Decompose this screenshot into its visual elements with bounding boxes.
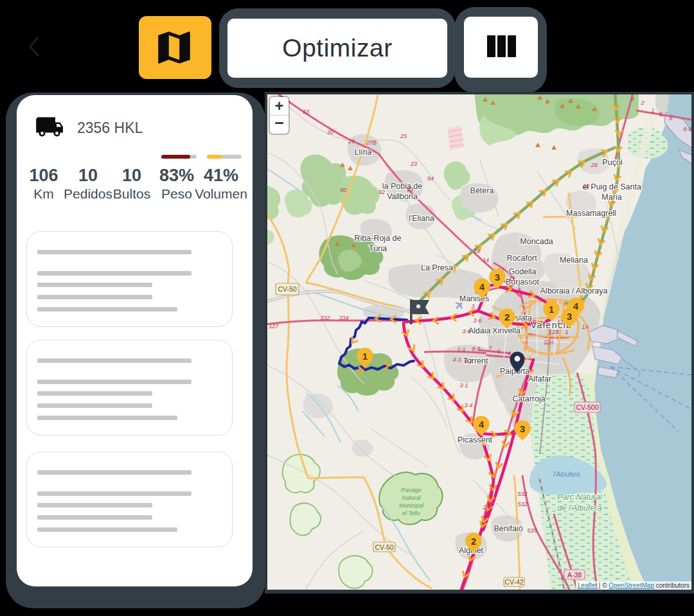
svg-text:30: 30	[327, 129, 334, 136]
svg-text:3-1: 3-1	[459, 382, 468, 389]
svg-text:1: 1	[651, 107, 654, 114]
svg-text:1A: 1A	[582, 324, 589, 330]
svg-text:Aldaia: Aldaia	[468, 326, 491, 335]
svg-text:12A: 12A	[544, 339, 554, 346]
svg-text:Moncada: Moncada	[520, 237, 553, 246]
svg-text:Paratge: Paratge	[401, 487, 422, 493]
svg-text:8-8: 8-8	[683, 126, 691, 132]
svg-text:8-8: 8-8	[472, 346, 480, 352]
svg-text:535: 535	[527, 527, 537, 534]
svg-text:l'Eliana: l'Eliana	[409, 214, 434, 223]
svg-text:La Presa: La Presa	[421, 263, 453, 272]
svg-text:de l'Albufera: de l'Albufera	[557, 504, 601, 513]
svg-text:Túria: Túria	[369, 244, 387, 253]
svg-text:33: 33	[303, 109, 309, 115]
svg-text:l'Albufera: l'Albufera	[553, 471, 580, 478]
svg-text:2-8: 2-8	[482, 504, 491, 511]
svg-text:la Pobla de: la Pobla de	[382, 182, 423, 191]
svg-text:2: 2	[471, 536, 476, 547]
svg-text:CV-50: CV-50	[375, 543, 393, 551]
svg-text:1: 1	[362, 351, 368, 362]
svg-text:Riba-Roja de: Riba-Roja de	[355, 234, 402, 243]
svg-text:29: 29	[348, 138, 355, 145]
svg-text:127: 127	[269, 323, 279, 330]
svg-text:Catarroja: Catarroja	[512, 394, 545, 403]
svg-text:4-3: 4-3	[452, 356, 461, 363]
svg-text:2: 2	[504, 312, 510, 322]
svg-text:6: 6	[497, 348, 500, 355]
svg-text:Benifaió: Benifaió	[494, 524, 522, 533]
svg-text:28: 28	[582, 183, 589, 189]
svg-text:3-4: 3-4	[464, 402, 472, 409]
svg-text:11: 11	[509, 276, 515, 282]
svg-text:Puçol: Puçol	[602, 158, 622, 167]
svg-text:Vallbona: Vallbona	[387, 192, 418, 201]
svg-text:90: 90	[340, 187, 346, 193]
svg-text:el Tello: el Tello	[402, 510, 420, 516]
svg-text:94: 94	[427, 175, 434, 182]
svg-text:1: 1	[549, 304, 554, 315]
svg-text:26: 26	[591, 162, 598, 168]
svg-text:4: 4	[479, 282, 485, 292]
svg-text:5B: 5B	[529, 319, 536, 325]
svg-text:1-1: 1-1	[457, 346, 465, 353]
svg-text:Picassent: Picassent	[458, 436, 493, 444]
svg-text:4: 4	[479, 419, 484, 430]
svg-text:3: 3	[471, 303, 474, 310]
svg-text:92: 92	[378, 189, 385, 195]
svg-text:4: 4	[507, 350, 510, 356]
svg-text:16: 16	[474, 248, 480, 254]
svg-text:25: 25	[400, 133, 407, 139]
svg-text:Alfafar: Alfafar	[528, 374, 551, 383]
svg-text:Parc Natural: Parc Natural	[557, 493, 603, 502]
svg-text:14: 14	[483, 257, 489, 263]
svg-text:27B: 27B	[366, 139, 377, 146]
svg-text:Municipal: Municipal	[399, 502, 424, 509]
svg-text:334: 334	[339, 315, 348, 321]
svg-text:Meliana: Meliana	[560, 256, 588, 265]
svg-text:Massamagrell: Massamagrell	[566, 209, 616, 218]
svg-text:3: 3	[567, 312, 572, 322]
svg-text:Rocafort: Rocafort	[506, 254, 537, 263]
svg-text:Natural: Natural	[402, 495, 421, 501]
svg-text:3-7: 3-7	[489, 484, 498, 491]
svg-text:3: 3	[630, 96, 634, 102]
svg-text:CV-500: CV-500	[576, 403, 598, 411]
svg-text:332: 332	[320, 315, 330, 321]
svg-text:CV-42: CV-42	[504, 578, 523, 586]
svg-text:4: 4	[542, 321, 545, 327]
svg-text:Godella: Godella	[508, 267, 536, 276]
svg-text:A-38: A-38	[567, 571, 582, 579]
svg-text:Bétera: Bétera	[470, 186, 494, 195]
svg-text:8-2: 8-2	[464, 358, 472, 364]
svg-text:CV-50: CV-50	[278, 285, 296, 293]
svg-text:Alboraia / Alboraya: Alboraia / Alboraya	[540, 286, 608, 295]
svg-text:el Puig de Santa: el Puig de Santa	[582, 182, 641, 191]
svg-text:12B: 12B	[549, 329, 559, 335]
svg-text:Llíria: Llíria	[354, 148, 371, 157]
svg-text:93: 93	[407, 186, 413, 193]
svg-text:3: 3	[495, 272, 500, 283]
svg-text:6: 6	[669, 115, 672, 121]
svg-text:2: 2	[640, 100, 644, 106]
svg-text:3-6: 3-6	[473, 317, 481, 324]
svg-text:3-0: 3-0	[462, 328, 470, 335]
svg-text:532: 532	[517, 491, 527, 497]
svg-text:Maria: Maria	[601, 193, 621, 202]
svg-text:1: 1	[565, 329, 568, 335]
svg-text:23: 23	[410, 161, 417, 167]
svg-text:3: 3	[520, 424, 525, 434]
svg-text:532: 532	[517, 501, 527, 507]
